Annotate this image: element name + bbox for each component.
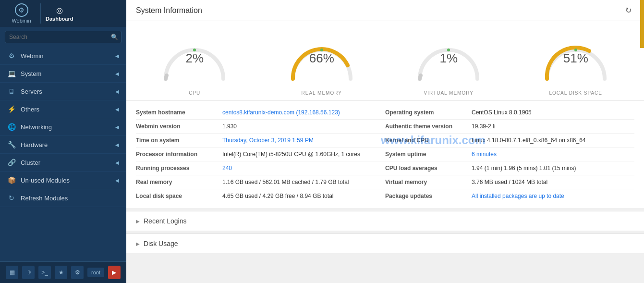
gauge-cpu-value: 2% xyxy=(156,51,233,66)
hardware-nav-icon: 🔧 xyxy=(7,141,16,148)
info-table-right: Operating system CentOS Linux 8.0.1905 A… xyxy=(385,106,634,203)
gauge-cpu: 2% CPU xyxy=(142,31,247,96)
sidebar-item-label-system: System xyxy=(21,70,41,77)
info-key-uptime: System uptime xyxy=(385,151,472,158)
gauge-virtual-memory: 1% VIRTUAL MEMORY xyxy=(396,31,501,96)
gauge-local-disk-value: 51% xyxy=(537,51,614,66)
footer-moon-button[interactable]: ☽ xyxy=(22,266,35,279)
chevron-right-icon-7: ◀ xyxy=(115,160,119,165)
sidebar-item-label-unused: Un-used Modules xyxy=(21,177,70,184)
info-val-processor: Intel(R) Core(TM) i5-8250U CPU @ 1.60GHz… xyxy=(222,151,360,158)
sidebar-item-networking[interactable]: 🌐 Networking ◀ xyxy=(0,118,126,136)
info-val-load: 1.94 (1 min) 1.96 (5 mins) 1.01 (15 mins… xyxy=(472,165,576,172)
gauge-virtual-memory-value: 1% xyxy=(410,51,487,66)
gauge-real-memory-svg: 66% xyxy=(283,31,360,88)
sidebar-item-cluster[interactable]: 🔗 Cluster ◀ xyxy=(0,154,126,172)
gauge-cpu-label: CPU xyxy=(189,90,200,96)
info-row-os: Operating system CentOS Linux 8.0.1905 xyxy=(385,106,634,120)
sidebar-item-webmin[interactable]: ⚙ Webmin ◀ xyxy=(0,47,126,65)
disk-usage-label: Disk Usage xyxy=(144,240,178,247)
sidebar-item-label-webmin: Webmin xyxy=(21,52,43,60)
cluster-nav-icon: 🔗 xyxy=(7,159,16,166)
info-row-load: CPU load averages 1.94 (1 min) 1.96 (5 m… xyxy=(385,161,634,175)
info-val-disk: 4.65 GB used / 4.29 GB free / 8.94 GB to… xyxy=(222,193,333,199)
gauge-real-memory-label: REAL MEMORY xyxy=(302,90,342,96)
info-row-disk: Local disk space 4.65 GB used / 4.29 GB … xyxy=(136,189,385,203)
sidebar-item-label-networking: Networking xyxy=(21,123,52,131)
chevron-right-icon-2: ◀ xyxy=(115,71,119,76)
info-val-time[interactable]: Thursday, October 3, 2019 1:59 PM xyxy=(222,137,314,144)
info-val-uptime[interactable]: 6 minutes xyxy=(472,151,497,158)
info-table: System hostname centos8.kifarunix-demo.c… xyxy=(126,101,644,208)
disk-usage-header[interactable]: ▶ Disk Usage xyxy=(126,234,644,253)
info-val-packages[interactable]: All installed packages are up to date xyxy=(472,193,564,199)
sidebar: ⚙ Webmin ◎ Dashboard 🔍 ⚙ Webmin ◀ 💻 Syst… xyxy=(0,0,126,283)
chevron-right-icon: ◀ xyxy=(115,53,119,59)
sidebar-item-servers[interactable]: 🖥 Servers ◀ xyxy=(0,83,126,100)
sidebar-item-hardware[interactable]: 🔧 Hardware ◀ xyxy=(0,136,126,154)
footer-signout-button[interactable]: ▶ xyxy=(108,266,121,279)
info-key-virtual-memory: Virtual memory xyxy=(385,179,472,185)
info-row-processor: Processor information Intel(R) Core(TM) … xyxy=(136,148,385,161)
info-val-hostname[interactable]: centos8.kifarunix-demo.com (192.168.56.1… xyxy=(222,109,340,116)
section-title: System Information xyxy=(136,6,202,15)
info-val-virtual-memory: 3.76 MB used / 1024 MB total xyxy=(472,179,547,185)
gauge-cpu-svg: 2% xyxy=(156,31,233,88)
recent-logins-arrow-icon: ▶ xyxy=(136,219,140,224)
info-key-webmin-ver: Webmin version xyxy=(136,123,222,130)
chevron-right-icon-8: ◀ xyxy=(115,178,119,183)
recent-logins-header[interactable]: ▶ Recent Logins xyxy=(126,211,644,231)
sidebar-item-refresh[interactable]: ↻ Refresh Modules xyxy=(0,189,126,207)
unused-nav-icon: 📦 xyxy=(7,176,16,184)
footer-terminal-button[interactable]: >_ xyxy=(38,266,51,279)
gauge-virtual-memory-label: VIRTUAL MEMORY xyxy=(424,90,474,96)
servers-nav-icon: 🖥 xyxy=(7,87,16,95)
footer-grid-button[interactable]: ▦ xyxy=(6,266,18,279)
recent-logins-label: Recent Logins xyxy=(144,217,187,225)
footer-star-button[interactable]: ★ xyxy=(55,266,67,279)
webmin-icon: ⚙ xyxy=(15,3,28,17)
search-container: 🔍 xyxy=(0,27,126,47)
info-row-virtual-memory: Virtual memory 3.76 MB used / 1024 MB to… xyxy=(385,175,634,189)
search-input[interactable] xyxy=(5,31,122,43)
footer-root-button[interactable]: root xyxy=(87,268,104,277)
disk-usage-arrow-icon: ▶ xyxy=(136,241,140,246)
info-key-real-memory: Real memory xyxy=(136,179,222,185)
dashboard-icon: ◎ xyxy=(56,6,63,15)
nav-items: ⚙ Webmin ◀ 💻 System ◀ 🖥 Servers ◀ ⚡ Othe… xyxy=(0,47,126,261)
info-row-packages: Package updates All installed packages a… xyxy=(385,189,634,203)
info-val-os: CentOS Linux 8.0.1905 xyxy=(472,109,532,116)
info-row-hostname: System hostname centos8.kifarunix-demo.c… xyxy=(136,106,385,120)
sidebar-item-unused[interactable]: 📦 Un-used Modules ◀ xyxy=(0,172,126,189)
info-key-kernel: Kernel and CPU xyxy=(385,137,472,144)
dashboard-logo[interactable]: ◎ Dashboard xyxy=(46,6,73,22)
networking-nav-icon: 🌐 xyxy=(7,123,16,131)
sidebar-footer: ▦ ☽ >_ ★ ⚙ root ▶ xyxy=(0,261,126,283)
gauge-virtual-memory-svg: 1% xyxy=(410,31,487,88)
info-val-kernel: Linux 4.18.0-80.7.1.el8_0.x86_64 on x86_… xyxy=(472,137,586,144)
info-row-webmin-ver: Webmin version 1.930 xyxy=(136,120,385,134)
system-info-section: System Information ↻ 2% CPU xyxy=(126,0,644,208)
info-key-time: Time on system xyxy=(136,137,222,144)
webmin-label: Webmin xyxy=(12,18,31,24)
info-val-theme: 19.39-2 ℹ xyxy=(472,123,495,130)
webmin-nav-icon: ⚙ xyxy=(7,52,16,60)
footer-settings-button[interactable]: ⚙ xyxy=(71,266,84,279)
disk-usage-section: ▶ Disk Usage xyxy=(126,234,644,253)
gauge-local-disk: 51% LOCAL DISK SPACE xyxy=(523,31,629,96)
sidebar-item-label-refresh: Refresh Modules xyxy=(21,195,68,202)
sidebar-item-label-hardware: Hardware xyxy=(21,141,48,148)
chevron-right-icon-5: ◀ xyxy=(115,124,119,130)
info-key-os: Operating system xyxy=(385,109,472,116)
refresh-button[interactable]: ↻ xyxy=(622,5,634,16)
webmin-logo[interactable]: ⚙ Webmin xyxy=(7,3,41,24)
gauge-real-memory: 66% REAL MEMORY xyxy=(269,31,375,96)
sidebar-item-others[interactable]: ⚡ Others ◀ xyxy=(0,100,126,118)
recent-logins-section: ▶ Recent Logins xyxy=(126,211,644,231)
gauge-local-disk-label: LOCAL DISK SPACE xyxy=(549,90,602,96)
info-val-processes[interactable]: 240 xyxy=(222,165,232,172)
sidebar-item-label-cluster: Cluster xyxy=(21,159,40,166)
info-val-real-memory: 1.16 GB used / 562.01 MB cached / 1.79 G… xyxy=(222,179,349,185)
gauges-container: 2% CPU 66% REAL MEMORY xyxy=(126,21,644,101)
sidebar-item-system[interactable]: 💻 System ◀ xyxy=(0,65,126,83)
